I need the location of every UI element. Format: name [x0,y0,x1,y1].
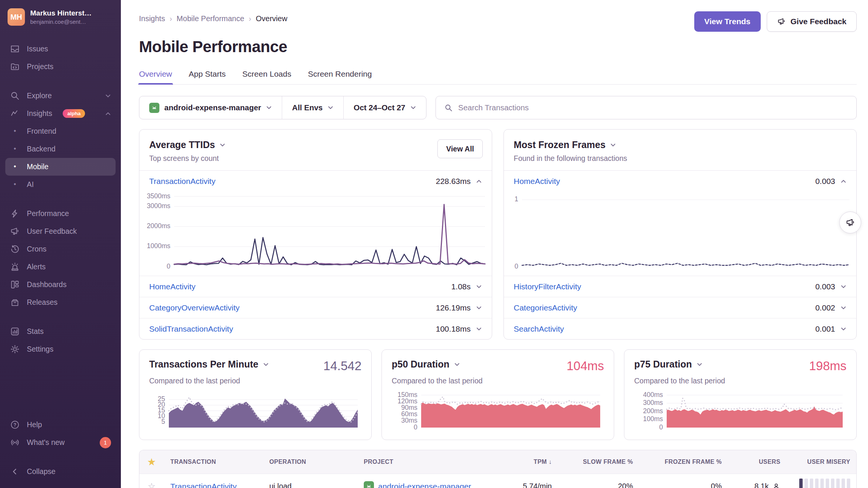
breadcrumb-separator [170,14,172,23]
clock-icon [10,244,20,254]
chevron-down-icon[interactable] [840,284,846,290]
view-trends-button[interactable]: View Trends [694,11,761,32]
sidebar-item-crons[interactable]: Crons [5,240,116,258]
tpm-subtitle: Compared to the last period [149,377,361,385]
transaction-link[interactable]: HomeActivity [149,282,196,291]
frozen-frames-line-chart: 01 [506,193,853,273]
project-link[interactable]: android-expense-manager [378,482,471,488]
broadcast-icon [10,437,20,448]
tab-app-starts[interactable]: App Starts [189,69,226,84]
sidebar-nav: Issues Projects Explore Insights alpha F… [5,40,116,358]
chevron-down-icon[interactable] [476,305,482,311]
tab-bar: Overview App Starts Screen Loads Screen … [139,69,857,85]
table-row: ☆ TransactionActivity ui.load android-ex… [139,474,856,488]
sidebar-item-issues[interactable]: Issues [5,40,116,58]
projects-icon [10,62,20,72]
chevron-down-icon[interactable] [476,326,482,332]
ttid-row-transaction-activity[interactable]: TransactionActivity 228.63ms [139,171,492,192]
p75-area-chart: 0100ms200ms300ms400ms [634,391,846,434]
frozen-row-history-filter-activity[interactable]: HistoryFilterActivity 0.003 [504,276,856,297]
user-misery-bar [786,479,856,488]
ttid-row-home-activity[interactable]: HomeActivity 1.08s [139,276,492,297]
col-tpm-sort[interactable]: TPM ↓ [494,459,558,465]
slow-frame-cell: 20% [558,482,639,488]
sidebar-item-releases[interactable]: Releases [5,293,116,311]
svg-text:60ms: 60ms [401,410,417,418]
avatar: MH [8,8,25,26]
transaction-link[interactable]: HomeActivity [514,177,560,186]
most-frozen-frames-panel: Most Frozen Frames Found in the followin… [504,129,857,340]
transaction-link[interactable]: TransactionActivity [149,177,215,186]
transaction-link[interactable]: SolidTransactionActivity [149,324,233,334]
search-transactions-box [436,96,857,119]
svg-text:90ms: 90ms [401,404,417,411]
ttid-row-category-overview-activity[interactable]: CategoryOverviewActivity 126.19ms [139,297,492,318]
tab-overview[interactable]: Overview [139,69,172,84]
svg-text:3500ms: 3500ms [147,193,171,200]
col-frozen-frame: FROZEN FRAME % [639,459,728,465]
user-menu[interactable]: MH Markus Hinterst… benjamin.coe@sent… [5,6,116,29]
tpm-value: 14.542 [323,359,361,373]
sidebar-item-frontend[interactable]: Frontend [5,122,116,140]
transactions-table: ★ TRANSACTION OPERATION PROJECT TPM ↓ SL… [139,450,857,488]
p75-subtitle: Compared to the last period [634,377,846,385]
svg-text:0: 0 [414,423,417,431]
bullet-icon [10,163,20,171]
sidebar-item-user-feedback[interactable]: User Feedback [5,222,116,240]
page-filter-bar: android-expense-manager All Envs Oct 24–… [139,96,426,119]
tab-screen-rendering[interactable]: Screen Rendering [308,69,372,84]
chevron-down-icon[interactable] [840,305,846,311]
sidebar-item-insights[interactable]: Insights alpha [5,105,116,122]
sidebar-item-help[interactable]: ? Help [5,416,116,434]
date-range-selector[interactable]: Oct 24–Oct 27 [344,96,426,119]
chevron-up-icon[interactable] [476,178,482,184]
archive-icon [10,297,20,307]
sidebar-item-ai[interactable]: AI [5,176,116,193]
breadcrumb-mobile-performance[interactable]: Mobile Performance [177,14,244,23]
sidebar-item-mobile[interactable]: Mobile [5,158,116,176]
floating-feedback-button[interactable] [839,212,861,233]
frozen-row-search-activity[interactable]: SearchActivity 0.001 [504,318,856,339]
sidebar-item-backend[interactable]: Backend [5,140,116,158]
transaction-link[interactable]: TransactionActivity [170,482,236,488]
favorite-star-icon[interactable]: ☆ [139,481,164,488]
frozen-row-home-activity[interactable]: HomeActivity 0.003 [504,171,856,192]
breadcrumb-insights[interactable]: Insights [139,14,165,23]
p50-card-title[interactable]: p50 Duration [392,359,460,370]
sidebar-item-performance[interactable]: Performance [5,205,116,222]
sidebar-collapse-button[interactable]: Collapse [5,463,116,480]
col-user-misery: USER MISERY [786,459,856,465]
sidebar-item-projects[interactable]: Projects [5,58,116,76]
project-selector[interactable]: android-expense-manager [139,96,282,119]
svg-text:?: ? [14,422,17,428]
tpm-cell: 5.74/min [494,482,558,488]
frozen-row-categories-activity[interactable]: CategoriesActivity 0.002 [504,297,856,318]
transaction-link[interactable]: CategoryOverviewActivity [149,303,239,312]
project-cell: android-expense-manager [358,481,494,488]
sidebar-item-settings[interactable]: Settings [5,340,116,358]
sidebar-item-explore[interactable]: Explore [5,87,116,105]
ttid-line-chart: 01000ms2000ms3000ms3500ms [142,193,489,273]
sidebar-item-alerts[interactable]: Alerts [5,258,116,276]
most-frozen-frames-title[interactable]: Most Frozen Frames [514,139,846,150]
transaction-link[interactable]: CategoriesActivity [514,303,577,312]
sidebar-item-stats[interactable]: Stats [5,323,116,340]
p75-card-title[interactable]: p75 Duration [634,359,703,370]
ttid-row-solid-transaction-activity[interactable]: SolidTransactionActivity 100.18ms [139,318,492,339]
search-transactions-input[interactable] [458,103,848,112]
transaction-link[interactable]: HistoryFilterActivity [514,282,581,291]
p50-value: 104ms [567,359,604,373]
environment-selector[interactable]: All Envs [282,96,344,119]
average-ttids-title[interactable]: Average TTIDs [149,139,482,150]
transaction-link[interactable]: SearchActivity [514,324,564,334]
chevron-down-icon[interactable] [476,284,482,290]
most-frozen-frames-subtitle: Found in the following transactions [514,154,846,163]
tab-screen-loads[interactable]: Screen Loads [242,69,292,84]
chevron-up-icon[interactable] [840,178,846,184]
give-feedback-button[interactable]: Give Feedback [767,11,857,32]
chevron-down-icon[interactable] [840,326,846,332]
sidebar-item-dashboards[interactable]: Dashboards [5,276,116,293]
sidebar-item-whats-new[interactable]: What's new 1 [5,434,116,451]
view-all-button[interactable]: View All [437,139,483,158]
tpm-card-title[interactable]: Transactions Per Minute [149,359,269,370]
